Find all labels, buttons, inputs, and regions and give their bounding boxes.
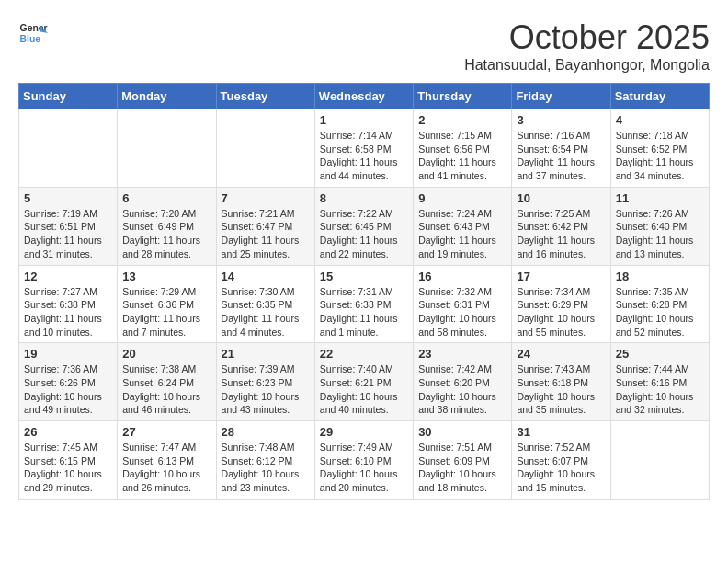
calendar-cell: 3Sunrise: 7:16 AM Sunset: 6:54 PM Daylig… (512, 109, 610, 188)
week-row-3: 12Sunrise: 7:27 AM Sunset: 6:38 PM Dayli… (19, 265, 710, 343)
calendar-cell (118, 109, 216, 188)
day-number: 11 (616, 191, 704, 205)
day-number: 27 (122, 425, 210, 439)
week-row-5: 26Sunrise: 7:45 AM Sunset: 6:15 PM Dayli… (19, 421, 710, 500)
calendar-cell: 6Sunrise: 7:20 AM Sunset: 6:49 PM Daylig… (118, 187, 216, 265)
day-info: Sunrise: 7:48 AM Sunset: 6:12 PM Dayligh… (222, 441, 310, 495)
day-info: Sunrise: 7:15 AM Sunset: 6:56 PM Dayligh… (418, 129, 506, 183)
day-info: Sunrise: 7:35 AM Sunset: 6:28 PM Dayligh… (616, 285, 704, 339)
day-number: 28 (222, 425, 310, 439)
day-info: Sunrise: 7:16 AM Sunset: 6:54 PM Dayligh… (517, 129, 605, 183)
day-number: 23 (418, 347, 506, 361)
day-number: 1 (320, 113, 408, 127)
day-number: 6 (122, 191, 210, 205)
calendar-cell: 18Sunrise: 7:35 AM Sunset: 6:28 PM Dayli… (610, 265, 709, 343)
calendar-cell: 10Sunrise: 7:25 AM Sunset: 6:42 PM Dayli… (512, 187, 610, 265)
day-info: Sunrise: 7:24 AM Sunset: 6:43 PM Dayligh… (418, 207, 506, 261)
day-number: 31 (517, 425, 605, 439)
weekday-header-sunday: Sunday (19, 84, 118, 109)
logo: General Blue (18, 18, 48, 48)
day-number: 25 (616, 347, 704, 361)
calendar-cell: 21Sunrise: 7:39 AM Sunset: 6:23 PM Dayli… (216, 343, 314, 421)
calendar-cell: 26Sunrise: 7:45 AM Sunset: 6:15 PM Dayli… (19, 421, 118, 500)
day-info: Sunrise: 7:52 AM Sunset: 6:07 PM Dayligh… (517, 441, 605, 495)
day-info: Sunrise: 7:38 AM Sunset: 6:24 PM Dayligh… (122, 362, 210, 417)
day-number: 17 (517, 270, 605, 283)
day-info: Sunrise: 7:36 AM Sunset: 6:26 PM Dayligh… (24, 362, 112, 417)
day-info: Sunrise: 7:42 AM Sunset: 6:20 PM Dayligh… (418, 362, 506, 417)
day-number: 18 (616, 270, 704, 283)
day-info: Sunrise: 7:26 AM Sunset: 6:40 PM Dayligh… (616, 207, 704, 261)
day-number: 22 (320, 347, 408, 361)
day-number: 19 (24, 347, 112, 361)
day-info: Sunrise: 7:22 AM Sunset: 6:45 PM Dayligh… (320, 207, 408, 261)
calendar-cell: 1Sunrise: 7:14 AM Sunset: 6:58 PM Daylig… (314, 109, 413, 188)
day-number: 20 (122, 347, 210, 361)
calendar-cell: 19Sunrise: 7:36 AM Sunset: 6:26 PM Dayli… (19, 343, 118, 421)
calendar-cell: 15Sunrise: 7:31 AM Sunset: 6:33 PM Dayli… (314, 265, 413, 343)
day-info: Sunrise: 7:49 AM Sunset: 6:10 PM Dayligh… (320, 441, 408, 495)
day-info: Sunrise: 7:19 AM Sunset: 6:51 PM Dayligh… (24, 207, 112, 261)
calendar-table: SundayMondayTuesdayWednesdayThursdayFrid… (18, 83, 710, 500)
calendar-cell: 31Sunrise: 7:52 AM Sunset: 6:07 PM Dayli… (512, 421, 610, 500)
calendar-cell: 25Sunrise: 7:44 AM Sunset: 6:16 PM Dayli… (610, 343, 709, 421)
day-info: Sunrise: 7:34 AM Sunset: 6:29 PM Dayligh… (517, 285, 605, 339)
calendar-cell: 23Sunrise: 7:42 AM Sunset: 6:20 PM Dayli… (414, 343, 512, 421)
day-info: Sunrise: 7:31 AM Sunset: 6:33 PM Dayligh… (320, 285, 408, 339)
calendar-cell: 8Sunrise: 7:22 AM Sunset: 6:45 PM Daylig… (314, 187, 413, 265)
day-number: 5 (24, 191, 112, 205)
day-number: 10 (517, 191, 605, 205)
calendar-cell: 13Sunrise: 7:29 AM Sunset: 6:36 PM Dayli… (118, 265, 216, 343)
day-info: Sunrise: 7:47 AM Sunset: 6:13 PM Dayligh… (122, 441, 210, 495)
weekday-header-wednesday: Wednesday (314, 84, 413, 109)
weekday-header-row: SundayMondayTuesdayWednesdayThursdayFrid… (19, 84, 710, 109)
calendar-cell: 22Sunrise: 7:40 AM Sunset: 6:21 PM Dayli… (314, 343, 413, 421)
day-number: 29 (320, 425, 408, 439)
calendar-cell (610, 421, 709, 500)
location-title: Hatansuudal, Bayanhongor, Mongolia (464, 57, 710, 74)
day-number: 9 (418, 191, 506, 205)
calendar-cell: 9Sunrise: 7:24 AM Sunset: 6:43 PM Daylig… (414, 187, 512, 265)
weekday-header-thursday: Thursday (414, 84, 512, 109)
calendar-cell: 27Sunrise: 7:47 AM Sunset: 6:13 PM Dayli… (118, 421, 216, 500)
day-number: 24 (517, 347, 605, 361)
calendar-cell: 28Sunrise: 7:48 AM Sunset: 6:12 PM Dayli… (216, 421, 314, 500)
day-number: 15 (320, 270, 408, 283)
calendar-cell: 17Sunrise: 7:34 AM Sunset: 6:29 PM Dayli… (512, 265, 610, 343)
day-number: 16 (418, 270, 506, 283)
weekday-header-saturday: Saturday (610, 84, 709, 109)
calendar-cell: 16Sunrise: 7:32 AM Sunset: 6:31 PM Dayli… (414, 265, 512, 343)
day-info: Sunrise: 7:27 AM Sunset: 6:38 PM Dayligh… (24, 285, 112, 339)
day-info: Sunrise: 7:29 AM Sunset: 6:36 PM Dayligh… (122, 285, 210, 339)
month-title: October 2025 (464, 18, 710, 57)
calendar-cell: 2Sunrise: 7:15 AM Sunset: 6:56 PM Daylig… (414, 109, 512, 188)
day-number: 7 (222, 191, 310, 205)
day-number: 12 (24, 270, 112, 283)
day-info: Sunrise: 7:18 AM Sunset: 6:52 PM Dayligh… (616, 129, 704, 183)
day-info: Sunrise: 7:40 AM Sunset: 6:21 PM Dayligh… (320, 362, 408, 417)
day-info: Sunrise: 7:44 AM Sunset: 6:16 PM Dayligh… (616, 362, 704, 417)
day-number: 2 (418, 113, 506, 127)
week-row-2: 5Sunrise: 7:19 AM Sunset: 6:51 PM Daylig… (19, 187, 710, 265)
weekday-header-friday: Friday (512, 84, 610, 109)
day-number: 13 (122, 270, 210, 283)
day-number: 21 (222, 347, 310, 361)
day-info: Sunrise: 7:43 AM Sunset: 6:18 PM Dayligh… (517, 362, 605, 417)
calendar-cell: 4Sunrise: 7:18 AM Sunset: 6:52 PM Daylig… (610, 109, 709, 188)
calendar-cell: 5Sunrise: 7:19 AM Sunset: 6:51 PM Daylig… (19, 187, 118, 265)
logo-icon: General Blue (18, 18, 48, 48)
day-info: Sunrise: 7:32 AM Sunset: 6:31 PM Dayligh… (418, 285, 506, 339)
day-number: 26 (24, 425, 112, 439)
calendar-cell (19, 109, 118, 188)
day-number: 3 (517, 113, 605, 127)
svg-text:Blue: Blue (20, 34, 41, 44)
day-info: Sunrise: 7:14 AM Sunset: 6:58 PM Dayligh… (320, 129, 408, 183)
weekday-header-tuesday: Tuesday (216, 84, 314, 109)
day-info: Sunrise: 7:25 AM Sunset: 6:42 PM Dayligh… (517, 207, 605, 261)
calendar-cell: 30Sunrise: 7:51 AM Sunset: 6:09 PM Dayli… (414, 421, 512, 500)
day-info: Sunrise: 7:20 AM Sunset: 6:49 PM Dayligh… (122, 207, 210, 261)
day-number: 4 (616, 113, 704, 127)
day-info: Sunrise: 7:51 AM Sunset: 6:09 PM Dayligh… (418, 441, 506, 495)
day-info: Sunrise: 7:21 AM Sunset: 6:47 PM Dayligh… (222, 207, 310, 261)
calendar-cell: 24Sunrise: 7:43 AM Sunset: 6:18 PM Dayli… (512, 343, 610, 421)
